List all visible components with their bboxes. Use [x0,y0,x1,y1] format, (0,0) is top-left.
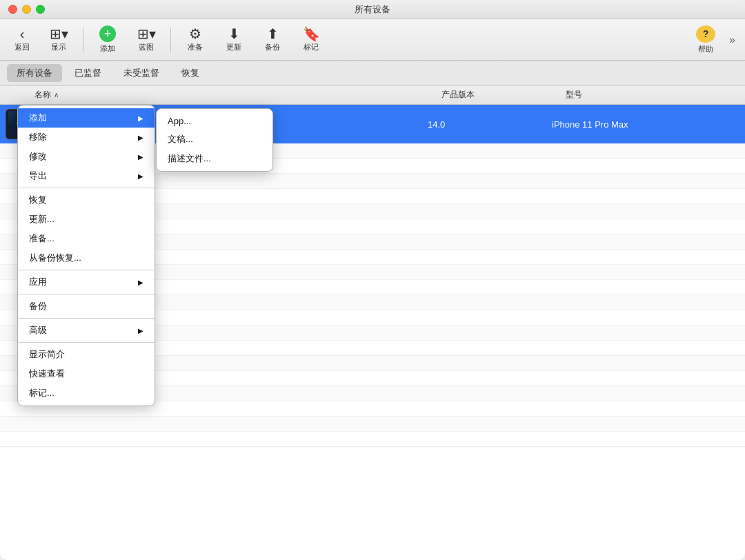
window-title: 所有设备 [355,3,390,16]
separator-2 [170,28,171,52]
zoom-button[interactable] [36,5,45,14]
menu-modify-arrow: ▶ [138,153,143,161]
menu-item-restore-backup[interactable]: 从备份恢复... [18,248,155,268]
add-label: 添加 [100,43,115,54]
menu-item-advanced[interactable]: 高级 ▶ [18,321,155,340]
back-icon: ‹ [20,27,25,41]
minimize-button[interactable] [22,5,31,14]
menu-apply-arrow: ▶ [138,279,143,286]
backup-icon: ⬆ [267,27,279,41]
menu-item-apply[interactable]: 应用 ▶ [18,272,155,292]
menu-item-restore[interactable]: 恢复 [18,190,155,210]
display-icon: ⊞▾ [50,27,68,41]
device-row[interactable]: 📱 iPhone 14.0 iPhone 11 Pro Max 添加 ▶ [0,105,745,143]
back-label: 返回 [14,42,30,52]
submenu-item-doc[interactable]: 文稿... [157,130,272,149]
context-menu: 添加 ▶ App... 文稿... 描述文件... [17,105,155,406]
col-name-header[interactable]: 名称 ∧ [0,89,428,101]
prepare-icon: ⚙ [189,27,201,41]
table-header: 名称 ∧ 产品版本 型号 [0,86,745,105]
menu-item-export[interactable]: 导出 ▶ [18,166,155,186]
tab-all-devices[interactable]: 所有设备 [7,64,62,82]
main-content: 名称 ∧ 产品版本 型号 📱 iPhone 14.0 iPhone 11 Pro [0,86,745,560]
menu-export-arrow: ▶ [138,172,143,180]
device-model: iPhone 11 Pro Max [552,119,745,130]
more-toolbar-icon[interactable]: » [726,31,738,49]
menu-item-prepare[interactable]: 准备... [18,229,155,248]
menu-item-mark[interactable]: 标记... [18,383,155,403]
tab-restore[interactable]: 恢复 [172,64,209,82]
add-button[interactable]: + 添加 [90,23,125,57]
back-button[interactable]: ‹ 返回 [7,23,37,57]
toolbar: ‹ 返回 ⊞▾ 显示 + 添加 ⊞▾ 蓝图 ⚙ 准备 ⬇ 更新 ⬆ 备份 🔖 标… [0,19,745,61]
menu-add-arrow: ▶ [138,114,143,122]
device-table: 名称 ∧ 产品版本 型号 📱 iPhone 14.0 iPhone 11 Pro [0,86,745,560]
toolbar-right: ? 帮助 » [685,23,738,57]
device-version: 14.0 [428,119,552,130]
submenu-item-app[interactable]: App... [157,112,272,130]
help-label: 帮助 [698,44,713,54]
col-version-header[interactable]: 产品版本 [428,89,552,101]
help-icon: ? [696,26,715,43]
menu-item-add[interactable]: 添加 ▶ App... 文稿... 描述文件... [18,108,155,128]
menu-item-quicklook[interactable]: 快速查看 [18,364,155,383]
tab-bar: 所有设备 已监督 未受监督 恢复 [0,61,745,86]
menu-add-label: 添加 [29,112,47,124]
menu-sep-4 [18,318,155,319]
menu-item-update[interactable]: 更新... [18,210,155,229]
mark-label: 标记 [304,42,319,52]
sort-arrow-icon: ∧ [54,91,59,99]
display-label: 显示 [51,42,66,52]
backup-button[interactable]: ⬆ 备份 [255,23,290,57]
menu-item-remove[interactable]: 移除 ▶ [18,128,155,147]
mark-icon: 🔖 [303,27,320,41]
add-icon: + [99,26,116,42]
blueprint-label: 蓝图 [139,42,154,52]
title-bar: 所有设备 [0,0,745,19]
menu-sep-5 [18,342,155,343]
menu-sep-2 [18,270,155,270]
prepare-label: 准备 [188,42,203,52]
tab-supervised[interactable]: 已监督 [65,64,111,82]
menu-sep-1 [18,188,155,188]
empty-row [0,432,745,447]
blueprint-button[interactable]: ⊞▾ 蓝图 [129,23,163,57]
menu-item-backup[interactable]: 备份 [18,297,155,316]
submenu-item-profile[interactable]: 描述文件... [157,149,272,168]
update-label: 更新 [226,42,241,52]
submenu-add: App... 文稿... 描述文件... [156,108,273,172]
traffic-lights [8,5,45,14]
backup-label: 备份 [265,42,280,52]
menu-item-modify[interactable]: 修改 ▶ [18,147,155,166]
menu-advanced-arrow: ▶ [138,327,143,334]
empty-row [0,417,745,432]
menu-sep-3 [18,294,155,294]
mark-button[interactable]: 🔖 标记 [294,23,328,57]
menu-remove-arrow: ▶ [138,134,143,141]
display-button[interactable]: ⊞▾ 显示 [41,23,76,57]
update-button[interactable]: ⬇ 更新 [217,23,251,57]
close-button[interactable] [8,5,17,14]
col-model-header[interactable]: 型号 [552,89,745,101]
tab-unsupervised[interactable]: 未受监督 [114,64,169,82]
prepare-button[interactable]: ⚙ 准备 [178,23,212,57]
update-icon: ⬇ [228,27,240,41]
blueprint-icon: ⊞▾ [137,27,156,41]
help-button[interactable]: ? 帮助 [685,23,726,57]
nav-group: ‹ 返回 [7,23,37,57]
separator-1 [83,28,83,52]
menu-item-info[interactable]: 显示简介 [18,345,155,364]
